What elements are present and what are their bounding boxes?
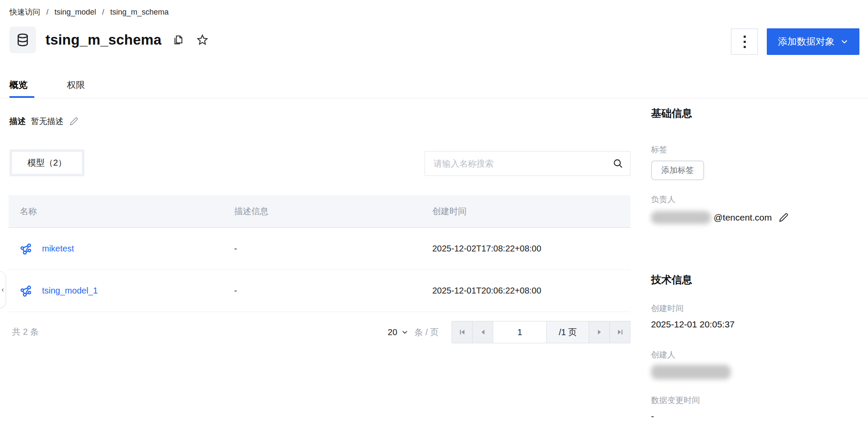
object-type-tab-group: 模型（2）	[9, 149, 84, 176]
breadcrumb-separator: /	[102, 8, 104, 17]
model-table: 名称 描述信息 创建时间 miket	[9, 195, 630, 312]
copy-icon	[172, 34, 184, 46]
owner-row: @tencent.com	[651, 211, 789, 224]
column-header-name: 名称	[9, 206, 223, 217]
page-size-unit-label: 条 / 页	[414, 327, 439, 338]
copy-name-button[interactable]	[171, 33, 186, 47]
tab-model-count[interactable]: 模型（2）	[12, 152, 82, 174]
schema-entity-icon-box	[9, 27, 36, 53]
favorite-star-button[interactable]	[195, 33, 210, 47]
model-icon	[20, 242, 33, 255]
sidebar-collapse-handle[interactable]: ‹	[0, 271, 6, 308]
owner-email-suffix: @tencent.com	[714, 212, 772, 223]
tag-label: 标签	[651, 144, 667, 155]
next-page-button[interactable]	[589, 321, 610, 343]
tab-permission[interactable]: 权限	[67, 79, 85, 100]
creator-redacted	[651, 365, 731, 379]
prev-page-button[interactable]	[472, 321, 493, 343]
creator-label: 创建人	[651, 349, 675, 360]
pager-controls: 1 /1 页	[452, 321, 630, 343]
column-header-created: 创建时间	[421, 206, 630, 217]
chevron-left-icon: ‹	[2, 286, 4, 294]
database-icon	[15, 32, 30, 48]
breadcrumb-item-schema: tsing_m_schema	[110, 8, 169, 17]
description-label: 描述	[9, 116, 26, 127]
add-data-object-label: 添加数据对象	[778, 35, 835, 48]
add-data-object-button[interactable]: 添加数据对象	[767, 28, 859, 55]
model-created-time: 2025-12-02T17:08:22+08:00	[421, 244, 630, 254]
created-time-label: 创建时间	[651, 303, 684, 314]
created-time-value: 2025-12-01 20:05:37	[651, 319, 735, 330]
chevron-down-icon	[401, 329, 408, 336]
pagination-bar: 共 2 条 20 条 / 页	[9, 321, 630, 343]
edit-description-button[interactable]	[69, 116, 79, 127]
first-page-button[interactable]	[452, 321, 473, 343]
model-description: -	[223, 286, 421, 296]
add-tag-button[interactable]: 添加标签	[651, 160, 704, 180]
page-size-select[interactable]: 20	[388, 327, 408, 337]
search-icon	[612, 158, 624, 169]
prev-page-icon	[479, 328, 487, 336]
description-row: 描述 暂无描述	[9, 116, 79, 127]
chevron-down-icon	[841, 38, 848, 45]
breadcrumb-separator: /	[46, 8, 48, 17]
header-actions: 添加数据对象	[731, 28, 859, 55]
page-size-value: 20	[388, 327, 397, 337]
model-link[interactable]: tsing_model_1	[42, 286, 98, 296]
owner-label: 负责人	[651, 194, 675, 205]
search-input[interactable]	[425, 159, 606, 169]
owner-redacted	[651, 211, 711, 224]
data-change-time-value: -	[651, 411, 654, 421]
page-title: tsing_m_schema	[45, 32, 162, 48]
column-header-description: 描述信息	[223, 206, 421, 217]
next-page-icon	[596, 328, 603, 336]
model-link[interactable]: miketest	[42, 244, 74, 254]
basic-info-title: 基础信息	[651, 106, 692, 120]
edit-owner-button[interactable]	[778, 212, 789, 223]
total-count-label: 共 2 条	[12, 326, 39, 338]
model-created-time: 2025-12-01T20:06:22+08:00	[421, 286, 630, 296]
current-page-input[interactable]: 1	[493, 321, 547, 343]
tab-divider	[0, 98, 868, 98]
table-row: tsing_model_1 - 2025-12-01T20:06:22+08:0…	[9, 270, 630, 312]
search-button[interactable]	[606, 151, 630, 176]
total-pages-label: /1 页	[546, 321, 589, 343]
breadcrumb-item-quick-access[interactable]: 快速访问	[9, 7, 40, 17]
last-page-icon	[616, 328, 624, 336]
last-page-button[interactable]	[609, 321, 630, 343]
breadcrumb-item-model[interactable]: tsing_model	[54, 8, 96, 17]
tech-info-title: 技术信息	[651, 273, 692, 287]
model-description: -	[223, 244, 421, 254]
table-header: 名称 描述信息 创建时间	[9, 195, 630, 228]
schema-detail-page: 快速访问 / tsing_model / tsing_m_schema tsin…	[0, 0, 868, 448]
star-icon	[196, 33, 209, 46]
title-row: tsing_m_schema	[9, 27, 210, 53]
breadcrumb: 快速访问 / tsing_model / tsing_m_schema	[9, 7, 169, 17]
data-change-time-label: 数据变更时间	[651, 395, 700, 406]
description-value: 暂无描述	[31, 116, 63, 127]
more-actions-button[interactable]	[731, 28, 758, 55]
more-dots-icon	[744, 36, 746, 38]
search-box	[425, 151, 630, 176]
first-page-icon	[458, 328, 466, 336]
model-icon	[20, 285, 33, 297]
table-row: miketest - 2025-12-02T17:08:22+08:00	[9, 228, 630, 270]
